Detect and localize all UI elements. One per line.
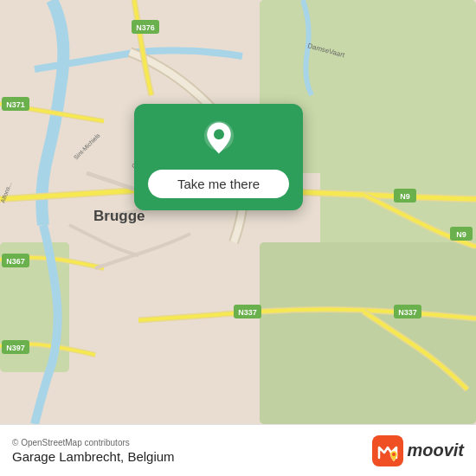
svg-text:N9: N9 [400,192,410,201]
moovit-logo: moovit [372,435,464,466]
location-popup: Take me there [134,104,303,210]
svg-text:N367: N367 [6,257,25,266]
osm-attribution: © OpenStreetMap contributors [12,438,175,447]
bottom-bar: © OpenStreetMap contributors Garage Lamb… [0,424,476,476]
map-view[interactable]: N376 N371 N9 N9 N9 N367 N397 N337 N337 B… [0,0,476,424]
svg-text:N9: N9 [456,230,466,239]
map-svg: N376 N371 N9 N9 N9 N367 N397 N337 N337 B… [0,0,476,424]
take-me-there-button[interactable]: Take me there [148,170,289,198]
bottom-info: © OpenStreetMap contributors Garage Lamb… [12,438,175,464]
svg-text:N337: N337 [398,308,417,317]
svg-point-32 [214,129,224,139]
svg-text:N337: N337 [238,308,257,317]
location-pin-icon [198,119,240,161]
moovit-text: moovit [407,441,464,460]
location-name: Garage Lambrecht, Belgium [12,449,175,464]
svg-text:N371: N371 [6,100,25,109]
moovit-logo-icon [372,435,403,466]
svg-point-34 [392,453,396,456]
svg-rect-33 [372,435,403,466]
svg-text:Brugge: Brugge [93,208,145,224]
svg-rect-5 [260,242,476,424]
svg-text:N376: N376 [136,23,155,32]
svg-text:N397: N397 [6,344,25,352]
